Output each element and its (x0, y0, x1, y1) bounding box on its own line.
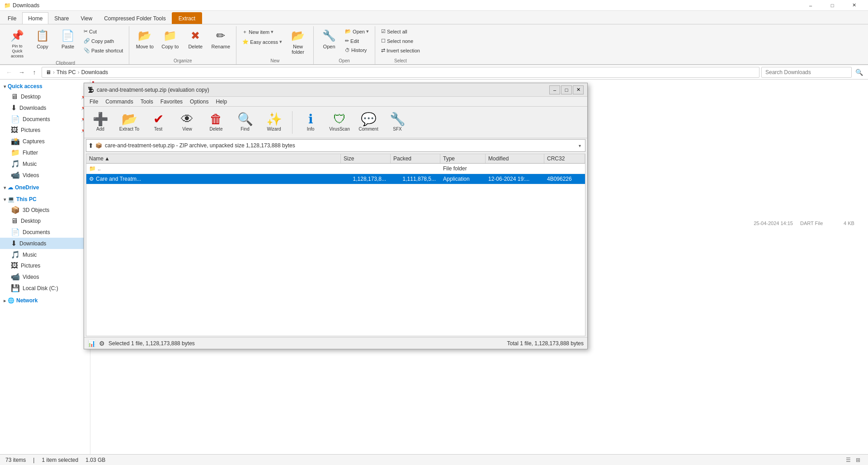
folder-icon: 🖥 (11, 93, 18, 101)
select-all-button[interactable]: ☑ Select all (379, 27, 422, 36)
col-size[interactable]: Size (341, 154, 391, 163)
sidebar-item-desktop[interactable]: 🖥 Desktop 📌 (0, 91, 90, 102)
sidebar-item-pictures[interactable]: 🖼 Pictures 📌 (0, 125, 90, 136)
menu-commands[interactable]: Commands (102, 98, 137, 106)
easy-access-button[interactable]: ⭐ Easy access ▾ (240, 38, 284, 46)
wr-sfx-button[interactable]: 🔧 SFX (385, 109, 410, 136)
address-path[interactable]: 🖥 › This PC › Downloads (42, 67, 760, 78)
tab-share[interactable]: Share (48, 12, 75, 24)
tab-compressed[interactable]: Compressed Folder Tools (98, 12, 172, 24)
sidebar-item-local-disk[interactable]: 💾 Local Disk (C:) (0, 282, 90, 294)
menu-file[interactable]: File (86, 98, 102, 106)
invert-selection-button[interactable]: ⇄ Invert selection (379, 46, 422, 55)
sidebar-item-pc-music[interactable]: 🎵 Music (0, 249, 90, 260)
sidebar-item-music[interactable]: 🎵 Music (0, 158, 90, 169)
tab-extract[interactable]: Extract (172, 12, 202, 24)
delete-button[interactable]: ✖ Delete (184, 27, 207, 51)
winrar-address-bar[interactable]: ⬆ 📦 care-and-treatment-setup.zip - ZIP a… (86, 139, 585, 152)
rename-button[interactable]: ✏ Rename (209, 27, 232, 51)
move-to-button[interactable]: 📂 Move to (133, 27, 156, 51)
list-view-button[interactable]: ☰ (844, 456, 853, 464)
col-name[interactable]: Name ▲ (86, 154, 341, 163)
sidebar-onedrive-header[interactable]: ▾ ☁ OneDrive (0, 183, 90, 193)
sidebar-item-pc-documents[interactable]: 📄 Documents (0, 226, 90, 238)
sort-icon: ▲ (104, 155, 110, 162)
tab-file[interactable]: File (2, 12, 22, 24)
grid-view-button[interactable]: ⊞ (854, 456, 863, 464)
search-input[interactable] (761, 67, 852, 78)
copy-button[interactable]: 📋 Copy (31, 27, 54, 51)
sidebar-thispc-header[interactable]: ▾ 💻 This PC (0, 194, 90, 204)
col-packed[interactable]: Packed (391, 154, 440, 163)
menu-favorites[interactable]: Favorites (157, 98, 186, 106)
wr-view-button[interactable]: 👁 View (175, 109, 200, 136)
sidebar-item-videos[interactable]: 📹 Videos (0, 169, 90, 181)
sidebar-item-pc-videos[interactable]: 📹 Videos (0, 271, 90, 282)
edit-button[interactable]: ✏ Edit (343, 37, 371, 45)
winrar-addr-dropdown[interactable]: ▾ (576, 141, 583, 150)
back-button[interactable]: ← (4, 67, 14, 78)
sidebar-item-captures[interactable]: 📸 Captures (0, 136, 90, 147)
winrar-minimize-button[interactable]: – (549, 85, 560, 94)
winrar-addr-text: 📦 care-and-treatment-setup.zip - ZIP arc… (95, 142, 576, 149)
status-view-icons: ☰ ⊞ (844, 456, 863, 464)
menu-options[interactable]: Options (186, 98, 212, 106)
wr-file-row-parent[interactable]: 📁 .. File folder (86, 164, 585, 174)
rename-icon: ✏ (213, 28, 228, 43)
tab-view[interactable]: View (75, 12, 98, 24)
sidebar-quick-access-label: Quick access (8, 83, 42, 89)
paste-button[interactable]: 📄 Paste (56, 27, 80, 51)
tab-home[interactable]: Home (22, 12, 48, 24)
sidebar-onedrive-icon: ☁ (8, 184, 13, 191)
history-button[interactable]: ⏱ History (343, 46, 371, 54)
sidebar-quick-access-header[interactable]: ▾ Quick access (0, 81, 90, 91)
copy-to-icon: 📁 (163, 28, 177, 43)
col-modified[interactable]: Modified (486, 154, 544, 163)
winrar-maximize-button[interactable]: □ (561, 85, 572, 94)
paste-shortcut-button[interactable]: 📎 Paste shortcut (81, 46, 125, 55)
sidebar-item-pc-pictures[interactable]: 🖼 Pictures (0, 260, 90, 271)
sidebar-item-documents[interactable]: 📄 Documents 📌 (0, 113, 90, 125)
properties-button[interactable]: 🔧 Open (317, 27, 341, 51)
col-type[interactable]: Type (440, 154, 486, 163)
pin-to-quick-button[interactable]: 📌 Pin to Quick access (5, 27, 29, 60)
status-items-count: 73 items (5, 457, 26, 463)
col-crc32[interactable]: CRC32 (544, 154, 585, 163)
menu-help[interactable]: Help (212, 98, 231, 106)
copy-to-button[interactable]: 📁 Copy to (158, 27, 182, 51)
wr-test-button[interactable]: ✔ Test (146, 109, 171, 136)
maximize-button[interactable]: □ (822, 0, 843, 11)
wr-extract-to-button[interactable]: 📂 Extract To (117, 109, 142, 136)
sidebar-item-3d-label: 3D Objects (23, 207, 49, 213)
wr-virusscan-button[interactable]: 🛡 VirusScan (327, 109, 352, 136)
path-this-pc[interactable]: This PC (57, 69, 76, 75)
wr-delete-button[interactable]: 🗑 Delete (203, 109, 229, 136)
wr-comment-button[interactable]: 💬 Comment (356, 109, 381, 136)
wr-file-row-main[interactable]: ⚙ Care and Treatm... 1,128,173,8... 1,11… (86, 174, 585, 184)
wr-add-button[interactable]: ➕ Add (88, 109, 113, 136)
search-button[interactable]: 🔍 (854, 67, 864, 78)
sidebar-item-3d-objects[interactable]: 📦 3D Objects (0, 204, 90, 216)
open-button[interactable]: 📂 Open ▾ (343, 27, 371, 36)
new-item-button[interactable]: ＋ New item ▾ (240, 27, 284, 37)
path-downloads[interactable]: Downloads (81, 69, 108, 75)
new-folder-button[interactable]: 📂 New folder (286, 27, 310, 56)
folder-icon: 📦 (11, 206, 20, 214)
close-button[interactable]: ✕ (844, 0, 864, 11)
menu-tools[interactable]: Tools (137, 98, 157, 106)
forward-button[interactable]: → (16, 67, 27, 78)
select-none-button[interactable]: ☐ Select none (379, 37, 422, 45)
wr-info-button[interactable]: ℹ Info (298, 109, 323, 136)
minimize-button[interactable]: – (800, 0, 821, 11)
wr-find-button[interactable]: 🔍 Find (232, 109, 258, 136)
sidebar-item-pc-desktop[interactable]: 🖥 Desktop (0, 216, 90, 226)
up-button[interactable]: ↑ (29, 67, 40, 78)
winrar-close-button[interactable]: ✕ (573, 85, 584, 94)
cut-button[interactable]: ✂ Cut (81, 27, 125, 36)
sidebar-item-pc-downloads[interactable]: ⬇ Downloads (0, 238, 90, 249)
sidebar-item-downloads[interactable]: ⬇ Downloads 📌 (0, 102, 90, 113)
wr-wizard-button[interactable]: ✨ Wizard (261, 109, 287, 136)
sidebar-item-flutter[interactable]: 📁 Flutter (0, 147, 90, 158)
copy-path-button[interactable]: 🔗 Copy path (81, 37, 125, 45)
sidebar-network-header[interactable]: ▸ 🌐 Network (0, 296, 90, 305)
